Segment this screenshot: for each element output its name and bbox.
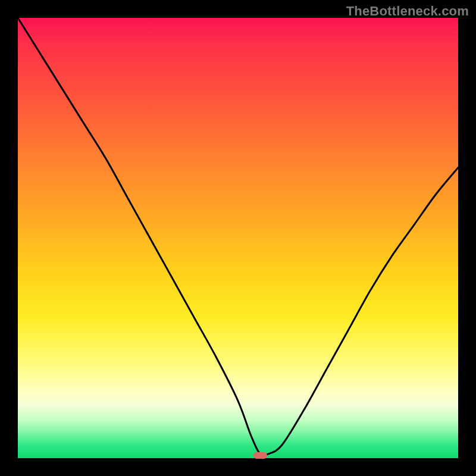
plot-area — [18, 18, 458, 458]
watermark-text: TheBottleneck.com — [346, 4, 469, 19]
optimal-marker — [253, 452, 267, 459]
bottleneck-curve — [18, 18, 458, 458]
chart-frame: TheBottleneck.com — [0, 0, 476, 476]
